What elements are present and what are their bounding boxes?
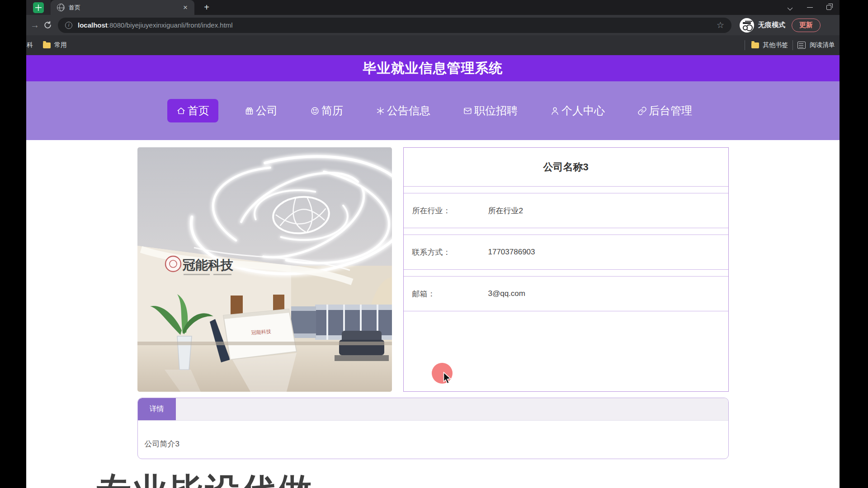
nav-item-profile[interactable]: 个人中心 <box>544 99 611 122</box>
forward-icon[interactable]: → <box>29 20 41 30</box>
home-icon <box>176 106 186 116</box>
nav-label: 简历 <box>321 103 343 118</box>
company-name: 公司名称3 <box>404 148 728 187</box>
window-chevron-icon[interactable] <box>788 6 793 9</box>
jobs-icon <box>463 106 472 116</box>
table-row: 联系方式： 17703786903 <box>404 235 728 270</box>
divider <box>793 40 793 50</box>
browser-window: 首页 × + → i localhost:8080/biyejiuyexinxi… <box>26 0 840 488</box>
page-info-icon[interactable]: i <box>65 22 72 29</box>
divider <box>745 40 745 50</box>
svg-text:冠能科技: 冠能科技 <box>182 258 233 272</box>
letterboxed-frame: 首页 × + → i localhost:8080/biyejiuyexinxi… <box>0 0 868 488</box>
tab-strip: 首页 × + <box>26 0 840 15</box>
pinned-tab[interactable] <box>26 0 51 15</box>
admin-link-icon <box>637 106 647 116</box>
incognito-icon <box>740 18 754 33</box>
globe-favicon-icon <box>57 4 65 11</box>
minimize-icon[interactable] <box>807 7 813 8</box>
reading-list-icon <box>797 42 806 49</box>
active-tab[interactable]: 首页 × <box>51 0 194 15</box>
site-nav: 首页 公司 简历 公告信息 职位招聘 个人中心 <box>26 81 840 140</box>
company-icon <box>245 106 254 116</box>
nav-item-admin[interactable]: 后台管理 <box>631 99 698 122</box>
cursor-arrow-icon <box>441 371 453 385</box>
table-row: 邮箱： 3@qq.com <box>404 276 728 311</box>
page-title: 毕业就业信息管理系统 <box>363 59 503 78</box>
nav-label: 个人中心 <box>561 103 605 118</box>
nav-label: 职位招聘 <box>474 103 518 118</box>
office-lobby-illustration: 冠能科技 <box>137 147 392 392</box>
row-label: 联系方式： <box>412 247 451 258</box>
new-tab-button[interactable]: + <box>200 0 213 15</box>
nav-item-jobs[interactable]: 职位招聘 <box>457 99 524 122</box>
incognito-indicator: 无痕模式 <box>740 18 785 33</box>
url-text: localhost:8080/biyejiuyexinxiguanli/fron… <box>78 21 233 29</box>
row-label: 邮箱： <box>412 289 435 299</box>
nav-item-resume[interactable]: 简历 <box>304 99 349 122</box>
tab-title: 首页 <box>69 4 181 12</box>
nav-item-notice[interactable]: 公告信息 <box>369 99 437 122</box>
nav-item-home[interactable]: 首页 <box>167 99 218 122</box>
window-controls <box>788 0 840 15</box>
reading-list-button[interactable]: 阅读清单 <box>810 41 835 49</box>
company-intro-text: 公司简介3 <box>138 421 728 459</box>
tab-detail[interactable]: 详情 <box>138 398 176 420</box>
user-icon <box>550 106 560 116</box>
restore-icon[interactable] <box>826 5 831 10</box>
tabs-header: 详情 <box>138 398 728 421</box>
company-info-card: 公司名称3 所在行业： 所在行业2 联系方式： 17703786903 邮箱： … <box>403 147 729 392</box>
company-photo: 冠能科技 <box>137 147 392 392</box>
bookmark-folder-common[interactable]: 常用 <box>54 41 67 49</box>
detail-panel: 详情 公司简介3 <box>137 398 729 459</box>
bookmark-item-partial[interactable]: 科 <box>27 41 33 49</box>
table-row: 所在行业： 所在行业2 <box>404 193 728 228</box>
bookmarks-bar: 科 常用 其他书签 阅读清单 <box>26 35 840 55</box>
other-bookmarks-button[interactable]: 其他书签 <box>763 41 788 49</box>
nav-label: 后台管理 <box>649 103 692 118</box>
nav-item-company[interactable]: 公司 <box>238 99 284 122</box>
main-content: 冠能科技 <box>137 147 729 459</box>
row-value: 3@qq.com <box>488 289 525 298</box>
row-label: 所在行业： <box>412 206 451 216</box>
nav-label: 首页 <box>188 103 209 118</box>
browser-toolbar: → i localhost:8080/biyejiuyexinxiguanli/… <box>26 15 840 35</box>
nav-label: 公司 <box>256 103 278 118</box>
url-bar[interactable]: i localhost:8080/biyejiuyexinxiguanli/fr… <box>58 18 731 33</box>
reload-icon[interactable] <box>41 21 54 29</box>
chrome-update-button[interactable]: 更新 <box>792 19 821 32</box>
site-header: 毕业就业信息管理系统 <box>26 55 840 81</box>
tab-close-icon[interactable]: × <box>181 3 190 12</box>
folder-icon <box>751 42 759 48</box>
notice-icon <box>376 106 385 116</box>
folder-icon <box>43 42 51 48</box>
footer-watermark: 专业毕设代做 <box>97 468 314 488</box>
row-value: 所在行业2 <box>488 206 523 216</box>
incognito-label: 无痕模式 <box>758 21 785 29</box>
resume-icon <box>310 106 320 116</box>
green-grid-app-icon <box>33 2 44 13</box>
row-value: 17703786903 <box>488 248 535 257</box>
nav-label: 公告信息 <box>387 103 430 118</box>
bookmark-star-icon[interactable]: ☆ <box>717 20 724 30</box>
